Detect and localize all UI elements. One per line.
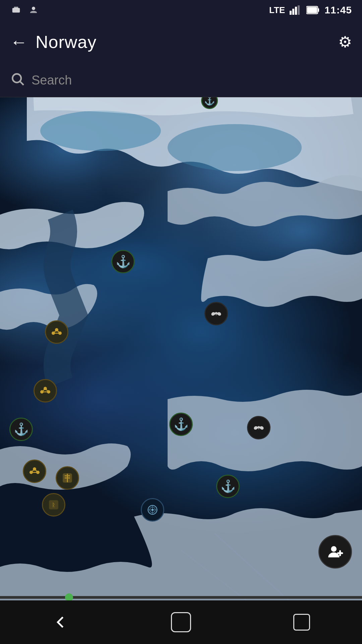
status-right: LTE 11:45: [269, 4, 352, 16]
svg-point-10: [12, 74, 21, 83]
map-marker-book-1[interactable]: [56, 466, 79, 490]
bird-icon-1: [204, 302, 228, 325]
notification-icons: [10, 4, 40, 16]
guild-icon-1: [45, 320, 68, 344]
anchor-icon-1: ⚓: [111, 250, 135, 273]
book-icon-1: [56, 466, 79, 490]
map-terrain: [0, 97, 362, 612]
search-icon: [10, 71, 25, 90]
svg-point-12: [40, 111, 161, 151]
map-marker-rune-1[interactable]: ᚱ: [42, 493, 65, 517]
map-area[interactable]: ⚓ ⚓ ⚓ ⚓: [0, 97, 362, 612]
map-marker-anchor-3[interactable]: ⚓: [9, 418, 33, 441]
clock: 11:45: [324, 4, 352, 16]
fab-add-button[interactable]: [318, 535, 352, 569]
svg-rect-8: [318, 8, 319, 12]
rune-icon-1: ᚱ: [42, 493, 65, 517]
svg-point-49: [331, 546, 337, 552]
person-plus-icon: [327, 543, 344, 560]
svg-line-26: [45, 388, 49, 392]
map-marker-bird-1[interactable]: [204, 302, 228, 325]
svg-rect-0: [12, 8, 20, 13]
svg-point-13: [168, 124, 302, 171]
search-input[interactable]: [32, 73, 352, 88]
back-button[interactable]: ←: [10, 33, 27, 51]
scroll-indicator: [0, 596, 362, 599]
nav-home-button[interactable]: [161, 602, 201, 642]
map-marker-guild-1[interactable]: [45, 320, 68, 344]
anchor-icon-4: ⚓: [216, 475, 240, 498]
signal-icon: [290, 5, 302, 15]
svg-rect-6: [298, 5, 300, 15]
network-type: LTE: [269, 5, 285, 15]
map-marker-orb-1[interactable]: [141, 498, 164, 522]
orb-icon-1: [141, 498, 164, 522]
svg-line-32: [35, 469, 38, 472]
notification-icon-2: [27, 4, 40, 16]
anchor-icon-3: ⚓: [9, 418, 33, 441]
status-bar: LTE 11:45: [0, 0, 362, 20]
map-marker-anchor-1[interactable]: ⚓: [111, 250, 135, 273]
recent-icon: [293, 614, 310, 631]
svg-line-31: [31, 469, 35, 472]
svg-rect-9: [307, 7, 317, 13]
svg-text:ᚱ: ᚱ: [52, 502, 55, 508]
map-marker-bird-2[interactable]: [247, 416, 270, 439]
map-marker-top[interactable]: ⚓: [201, 97, 218, 109]
svg-point-34: [215, 312, 217, 314]
anchor-icon-2: ⚓: [169, 413, 193, 436]
svg-rect-1: [14, 7, 18, 8]
anchor-icon-top: ⚓: [201, 97, 218, 109]
svg-line-20: [57, 330, 60, 333]
map-marker-guild-3[interactable]: [23, 460, 46, 483]
search-bar: [0, 64, 362, 97]
svg-point-35: [258, 426, 260, 428]
svg-rect-4: [292, 9, 294, 15]
svg-line-11: [20, 82, 23, 85]
nav-back-button[interactable]: [40, 602, 80, 642]
svg-point-2: [32, 7, 35, 10]
guild-icon-2: [34, 379, 57, 402]
home-icon: [171, 612, 191, 632]
header: ← Norway ⚙: [0, 20, 362, 64]
svg-line-25: [42, 388, 45, 392]
svg-rect-3: [290, 11, 292, 15]
battery-icon: [306, 6, 320, 14]
map-marker-guild-2[interactable]: [34, 379, 57, 402]
map-marker-anchor-4[interactable]: ⚓: [216, 475, 240, 498]
settings-button[interactable]: ⚙: [338, 33, 352, 51]
guild-icon-3: [23, 460, 46, 483]
svg-line-19: [53, 330, 57, 333]
nav-recent-button[interactable]: [282, 602, 322, 642]
notification-icon-1: [10, 4, 22, 16]
page-title: Norway: [36, 32, 338, 52]
navigation-bar: [0, 600, 362, 644]
map-marker-anchor-2[interactable]: ⚓: [169, 413, 193, 436]
svg-rect-5: [295, 7, 297, 15]
bird-icon-2: [247, 416, 270, 439]
